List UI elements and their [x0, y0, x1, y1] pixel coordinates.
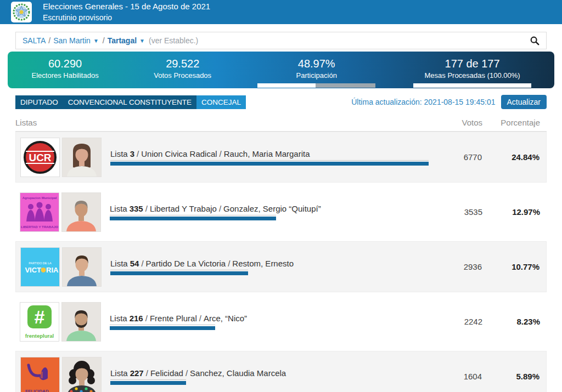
list-title: Lista54/Partido De La Victoria/Restom, E… — [110, 259, 435, 268]
stat-value: 177 de 177 — [390, 58, 554, 70]
party-logo: FELICIDAD — [20, 357, 60, 392]
chevron-down-icon[interactable]: ▼ — [139, 38, 145, 44]
result-bar-group — [110, 160, 429, 166]
stat-value: 48.97% — [243, 58, 390, 70]
svg-text:Agrupacion Municipal: Agrupacion Municipal — [23, 196, 57, 200]
category-tabs: DIPUTADO CONVENCIONAL CONSTITUYENTE CONC… — [15, 95, 246, 109]
result-bar-group — [110, 379, 186, 385]
list-label: Lista — [110, 259, 128, 268]
svg-text:VICT: VICT — [25, 266, 41, 274]
category-tabs-row: DIPUTADO CONVENCIONAL CONSTITUYENTE CONC… — [15, 95, 547, 109]
result-bar — [110, 271, 248, 275]
result-bar — [110, 162, 429, 166]
stat-votos: 29.522 Votos Procesados — [122, 58, 243, 88]
stat-value: 60.290 — [8, 58, 122, 70]
percentage-value: 10.77% — [482, 262, 539, 271]
search-icon[interactable] — [530, 36, 539, 46]
breadcrumb-locality[interactable]: Tartagal — [108, 36, 137, 45]
refresh-button[interactable]: Actualizar — [501, 95, 547, 109]
stat-value: 29.522 — [122, 58, 243, 70]
column-header-votos: Votos — [436, 118, 482, 127]
salta-emblem-icon — [11, 2, 32, 22]
tab-concejal[interactable]: CONCEJAL — [196, 95, 246, 109]
candidate-name: Rauch, Maria Margarita — [224, 149, 310, 158]
list-item: UCR Lista3/Union Civica Radical/Rauch, M… — [15, 132, 547, 183]
percentage-value: 5.89% — [482, 372, 539, 381]
summary-stats-bar: 60.290 Electores Habilitados 29.522 Voto… — [8, 52, 554, 88]
votes-value: 6770 — [435, 152, 482, 162]
last-update-text: Última actualización: 2021-08-15 19:45:0… — [351, 98, 495, 106]
separator: / — [137, 149, 139, 158]
header-titles: Elecciones Generales - 15 de Agosto de 2… — [43, 1, 210, 22]
party-name: Partido De La Victoria — [146, 259, 226, 268]
stat-label: Participación — [243, 71, 390, 79]
page-title: Elecciones Generales - 15 de Agosto de 2… — [43, 1, 210, 12]
page-subtitle: Escrutinio provisorio — [43, 13, 210, 23]
candidate-photo — [62, 247, 102, 287]
svg-text:RIA: RIA — [46, 266, 59, 274]
result-bar — [110, 326, 215, 330]
list-info: Lista216/Frente Plural/Arce, “Nico” — [110, 314, 436, 330]
votes-value: 3535 — [436, 207, 482, 217]
separator: / — [141, 259, 143, 268]
list-number: 54 — [130, 259, 139, 268]
participation-progressbar — [257, 83, 375, 88]
app-header: Elecciones Generales - 15 de Agosto de 2… — [0, 0, 562, 24]
breadcrumb-department-link[interactable]: San Martin — [53, 36, 91, 45]
list-label: Lista — [110, 368, 128, 378]
votes-value: 2936 — [435, 262, 482, 271]
votes-value: 2242 — [436, 317, 482, 326]
stat-mesas: 177 de 177 Mesas Procesadas (100.00%) — [390, 58, 554, 88]
party-logo: UCR — [20, 138, 60, 177]
breadcrumb-province-link[interactable]: SALTA — [23, 36, 46, 45]
tab-diputado[interactable]: DIPUTADO — [15, 95, 63, 109]
candidate-photo — [61, 192, 101, 232]
party-name: Union Civica Radical — [141, 149, 217, 158]
party-logo: # frenteplural — [20, 302, 59, 342]
list-number: 3 — [130, 149, 134, 158]
list-title: Lista3/Union Civica Radical/Rauch, Maria… — [110, 149, 435, 158]
chevron-down-icon[interactable]: ▼ — [93, 38, 99, 44]
svg-text:#: # — [35, 306, 45, 327]
column-header-listas: Listas — [15, 118, 436, 127]
list-item: # frenteplural Lista216/Frente Plural/Ar… — [15, 296, 547, 347]
list-title: Lista227/Felicidad/Sanchez, Claudia Marc… — [110, 368, 435, 378]
tab-convencional-constituyente[interactable]: CONVENCIONAL CONSTITUYENTE — [63, 95, 196, 109]
result-bar — [110, 217, 276, 220]
separator: / — [220, 149, 222, 158]
stat-label: Electores Habilitados — [8, 71, 122, 79]
list-item: PARTIDO DE LA VICT RIA Lista54/Partido D… — [15, 241, 547, 292]
list-info: Lista335/Libertad Y Trabajo/Gonzalez, Se… — [110, 204, 436, 220]
candidate-photo — [61, 302, 101, 342]
list-info: Lista54/Partido De La Victoria/Restom, E… — [110, 259, 435, 275]
progress-fill — [257, 83, 315, 88]
result-bar-group — [110, 215, 276, 220]
list-label: Lista — [110, 149, 128, 158]
list-title: Lista216/Frente Plural/Arce, “Nico” — [110, 314, 436, 323]
party-name: Frente Plural — [150, 314, 197, 323]
separator: / — [145, 204, 148, 213]
table-header: Listas Votos Porcentaje — [15, 118, 547, 132]
svg-text:LIBERTAD Y TRABAJO: LIBERTAD Y TRABAJO — [21, 225, 58, 229]
svg-text:FELICIDAD: FELICIDAD — [25, 389, 49, 392]
separator: / — [199, 314, 201, 323]
list-label: Lista — [110, 314, 127, 323]
result-bar-group — [110, 325, 215, 330]
separator: / — [186, 368, 188, 378]
breadcrumb-establishments-link[interactable]: (ver Establec.) — [149, 36, 198, 45]
stat-electores: 60.290 Electores Habilitados — [8, 58, 122, 88]
separator: / — [145, 314, 148, 323]
list-number: 216 — [130, 314, 143, 323]
mesas-progressbar — [413, 83, 531, 88]
result-bar — [110, 381, 186, 385]
separator: / — [219, 204, 221, 213]
list-item: FELICIDAD Lista227/Felicidad/Sanchez, Cl… — [15, 351, 547, 392]
candidate-photo — [62, 357, 102, 392]
list-number: 335 — [130, 204, 143, 213]
candidate-name: Gonzalez, Sergio “Quitupí” — [223, 204, 321, 213]
results-list: UCR Lista3/Union Civica Radical/Rauch, M… — [15, 132, 547, 392]
svg-text:UCR: UCR — [29, 152, 51, 163]
list-number: 227 — [130, 368, 144, 378]
separator: / — [228, 259, 230, 268]
votes-value: 1604 — [435, 372, 482, 381]
